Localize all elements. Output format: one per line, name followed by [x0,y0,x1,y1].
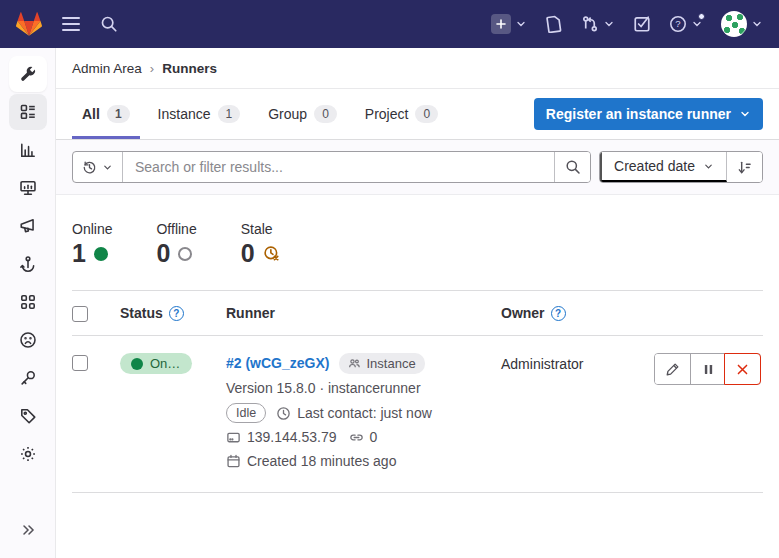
issues-icon[interactable] [545,15,563,33]
plus-icon [491,14,511,34]
runner-tabs: All 1 Instance 1 Group 0 Project 0 [72,89,448,139]
sidebar-item-overview[interactable] [9,94,47,130]
sidebar-collapse-icon[interactable] [9,512,47,548]
owner-column-header: Owner [501,305,545,321]
chevron-down-icon [102,162,113,173]
tab-group-count: 0 [314,105,337,123]
sidebar-item-messages[interactable] [9,208,47,244]
stat-offline-label: Offline [156,221,196,237]
sidebar-item-applications[interactable] [9,284,47,320]
sort-field-label: Created date [614,158,695,174]
people-icon [348,357,361,370]
status-badge: Onli... [120,353,192,374]
status-column-header: Status [120,305,163,321]
runner-summary-cell: #2 (wCG_zeGX) Instance Version 15.8.0 · … [226,353,501,471]
search-history-dropdown[interactable] [73,152,123,182]
sidebar-item-monitoring[interactable] [9,170,47,206]
search-input[interactable] [123,152,554,182]
notification-dot [698,13,705,20]
last-contact-text: Last contact: just now [297,404,432,423]
stat-stale-value: 0 [241,239,255,268]
runner-created-text: Created 18 minutes ago [247,452,396,471]
breadcrumb-current: Runners [162,61,217,76]
help-menu-button[interactable]: ? [669,15,703,33]
admin-sidebar [0,48,56,558]
search-filter-group [72,151,591,183]
status-help-icon[interactable]: ? [169,306,184,321]
breadcrumb: Admin Area › Runners [56,48,779,89]
runner-type-badge: Instance [339,353,424,374]
help-question-icon: ? [669,15,687,33]
close-icon [736,363,749,376]
stat-offline-value: 0 [156,239,170,268]
hamburger-menu-icon[interactable] [62,17,80,31]
stale-clock-icon [263,245,280,262]
sidebar-item-abuse-reports[interactable] [9,322,47,358]
online-dot-icon [131,358,143,370]
stat-online-label: Online [72,221,112,237]
sidebar-item-analytics[interactable] [9,132,47,168]
sort-descending-icon [737,160,752,175]
stat-online-value: 1 [72,239,86,268]
pencil-icon [665,362,680,377]
user-menu-button[interactable] [721,11,763,37]
owner-help-icon[interactable]: ? [551,306,566,321]
sort-direction-button[interactable] [727,152,762,182]
runner-type-label: Instance [366,354,415,373]
stat-online: Online 1 [72,221,112,268]
delete-runner-button[interactable] [724,353,761,385]
chevron-down-icon [603,18,615,30]
tab-all-count: 1 [107,105,130,123]
history-icon [82,160,97,175]
gitlab-logo-icon[interactable] [16,12,42,37]
calendar-icon [226,454,241,469]
sidebar-item-deploy-keys[interactable] [9,360,47,396]
tab-project[interactable]: Project 0 [355,105,448,139]
sort-group: Created date [599,151,763,183]
main-content: Admin Area › Runners All 1 Instance 1 Gr… [56,48,779,558]
chevron-down-icon [703,161,714,172]
tab-group[interactable]: Group 0 [258,105,347,139]
chevron-down-icon [515,18,527,30]
ip-address-icon [226,430,241,445]
tab-group-label: Group [268,106,307,122]
runner-link[interactable]: #2 (wCG_zeGX) [226,354,329,373]
pause-icon [702,363,715,376]
sidebar-item-labels[interactable] [9,398,47,434]
search-icon [565,159,581,175]
tab-project-label: Project [365,106,409,122]
status-badge-label: Onli... [150,356,181,371]
admin-area-wrench-icon[interactable] [9,56,47,92]
pause-runner-button[interactable] [690,354,725,384]
clock-icon [276,406,291,421]
top-navigation-bar: ? [0,0,779,48]
register-instance-runner-button[interactable]: Register an instance runner [534,98,763,130]
select-all-checkbox[interactable] [72,306,88,322]
todos-icon[interactable] [633,15,651,33]
runners-table: Status ? Runner Owner ? Onli... [72,290,763,493]
online-status-icon [94,247,108,261]
runner-version-line: Version 15.8.0 · instancerunner [226,379,491,398]
sort-field-dropdown[interactable]: Created date [600,152,727,182]
user-avatar [721,11,747,37]
merge-requests-button[interactable] [581,15,615,33]
tab-all[interactable]: All 1 [72,105,140,139]
runner-state-badge: Idle [226,403,266,423]
edit-runner-button[interactable] [655,354,690,384]
new-menu-button[interactable] [491,14,527,34]
row-checkbox[interactable] [72,355,88,371]
search-submit-button[interactable] [554,152,590,182]
chevron-down-icon [751,18,763,30]
table-header-row: Status ? Runner Owner ? [72,290,763,336]
sidebar-item-system-hooks[interactable] [9,246,47,282]
offline-status-icon [178,247,192,261]
runner-stats: Online 1 Offline 0 Stale 0 [72,221,763,268]
search-icon[interactable] [100,15,118,33]
stat-offline: Offline 0 [156,221,196,268]
breadcrumb-admin-area[interactable]: Admin Area [72,61,142,76]
merge-request-icon [581,15,599,33]
sidebar-item-settings[interactable] [9,436,47,472]
stat-stale-label: Stale [241,221,280,237]
svg-text:?: ? [675,18,680,29]
tab-instance[interactable]: Instance 1 [148,105,251,139]
